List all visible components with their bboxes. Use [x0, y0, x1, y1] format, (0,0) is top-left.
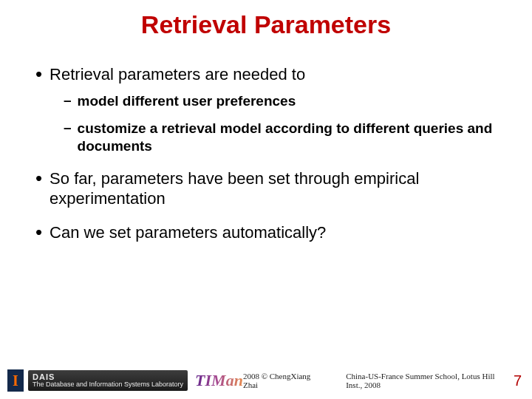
bullet-item: • Retrieval parameters are needed to — [35, 64, 497, 85]
bullet-item: • Can we set parameters automatically? — [35, 222, 497, 243]
slide-title: Retrieval Parameters — [0, 0, 532, 39]
sublist: – model different user preferences – cus… — [64, 92, 497, 155]
dais-logo-subtitle: The Database and Information Systems Lab… — [33, 381, 183, 388]
bullet-icon: • — [35, 64, 42, 83]
bullet-text: Retrieval parameters are needed to — [50, 64, 497, 85]
bullet-item: • So far, parameters have been set throu… — [35, 168, 497, 209]
footer-text: 2008 © ChengXiang Zhai China-US-France S… — [243, 372, 507, 389]
subbullet-text: customize a retrieval model according to… — [78, 120, 497, 155]
subbullet-item: – customize a retrieval model according … — [64, 120, 497, 155]
dais-logo: DAIS The Database and Information System… — [28, 370, 188, 391]
slide: Retrieval Parameters • Retrieval paramet… — [0, 0, 532, 399]
subbullet-text: model different user preferences — [78, 92, 497, 110]
bullet-icon: • — [35, 222, 42, 242]
bullet-icon: • — [35, 168, 42, 188]
slide-content: • Retrieval parameters are needed to – m… — [0, 39, 532, 242]
bullet-text: So far, parameters have been set through… — [50, 168, 497, 209]
bullet-text: Can we set parameters automatically? — [50, 222, 497, 243]
dash-icon: – — [64, 120, 72, 136]
timan-logo: TIMan — [192, 371, 243, 390]
footer-logos: I DAIS The Database and Information Syst… — [7, 369, 243, 392]
dash-icon: – — [64, 92, 72, 109]
subbullet-item: – model different user preferences — [64, 92, 497, 110]
slide-footer: I DAIS The Database and Information Syst… — [0, 366, 532, 399]
illinois-logo-icon: I — [7, 369, 24, 392]
footer-copyright: 2008 © ChengXiang Zhai — [243, 372, 316, 389]
page-number: 7 — [507, 372, 522, 389]
footer-venue: China-US-France Summer School, Lotus Hil… — [346, 372, 507, 389]
